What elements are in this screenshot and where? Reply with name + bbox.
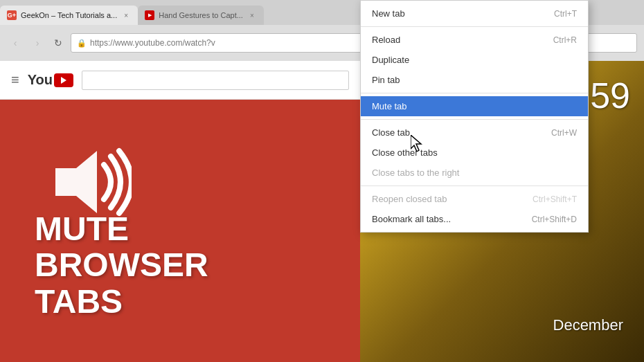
mute-text: MUTE BROWSER TABS xyxy=(35,211,208,320)
menu-item-bookmark-all-tabs-shortcut: Ctrl+Shift+D xyxy=(532,215,577,224)
menu-item-reopen-closed-tab: Reopen closed tab Ctrl+Shift+T xyxy=(361,189,588,209)
youtube-search-bar[interactable] xyxy=(82,71,349,90)
menu-separator-0 xyxy=(361,26,588,27)
mute-line2: BROWSER xyxy=(35,247,208,284)
menu-item-reopen-closed-tab-label: Reopen closed tab xyxy=(372,194,447,204)
tab-geek[interactable]: G+ GeekOn – Tech Tutorials a... × xyxy=(0,6,138,25)
menu-item-pin-tab-label: Pin tab xyxy=(372,75,400,85)
menu-item-duplicate[interactable]: Duplicate xyxy=(361,50,588,70)
menu-item-close-tab-shortcut: Ctrl+W xyxy=(551,128,577,138)
month-display: December xyxy=(553,316,623,334)
tab-geek-close[interactable]: × xyxy=(121,10,131,20)
youtube-logo-icon xyxy=(54,73,73,87)
menu-separator-2 xyxy=(361,119,588,120)
youtube-page: ≡ You MUTE BROWSER TABS xyxy=(0,61,360,362)
speaker-icon xyxy=(42,144,132,220)
lock-icon: 🔒 xyxy=(77,39,87,48)
menu-item-bookmark-all-tabs-label: Bookmark all tabs... xyxy=(372,214,451,224)
youtube-logo-text: You xyxy=(28,72,53,88)
menu-item-close-tabs-right: Close tabs to the right xyxy=(361,163,588,183)
menu-item-mute-tab[interactable]: Mute tab xyxy=(361,96,588,116)
menu-item-close-tabs-right-label: Close tabs to the right xyxy=(372,168,459,178)
menu-item-close-other-tabs[interactable]: Close other tabs xyxy=(361,143,588,163)
menu-item-close-other-tabs-label: Close other tabs xyxy=(372,147,438,158)
mute-line3: TABS xyxy=(35,284,208,320)
tab-favicon-gplus: G+ xyxy=(7,10,17,20)
context-menu: New tab Ctrl+T Reload Ctrl+R Duplicate P… xyxy=(360,0,589,233)
menu-separator-3 xyxy=(361,185,588,186)
forward-button[interactable]: › xyxy=(29,35,46,51)
menu-separator-1 xyxy=(361,93,588,93)
url-text: https://www.youtube.com/watch?v xyxy=(90,38,215,48)
menu-item-reopen-closed-tab-shortcut: Ctrl+Shift+T xyxy=(533,194,577,204)
menu-item-reload-shortcut: Ctrl+R xyxy=(553,35,577,45)
menu-item-reload[interactable]: Reload Ctrl+R xyxy=(361,30,588,50)
menu-item-mute-tab-label: Mute tab xyxy=(372,101,407,111)
youtube-play-icon xyxy=(61,77,66,84)
menu-item-new-tab[interactable]: New tab Ctrl+T xyxy=(361,3,588,24)
youtube-logo: You xyxy=(28,72,73,88)
menu-item-bookmark-all-tabs[interactable]: Bookmark all tabs... Ctrl+Shift+D xyxy=(361,209,588,229)
menu-item-pin-tab[interactable]: Pin tab xyxy=(361,70,588,90)
menu-item-duplicate-label: Duplicate xyxy=(372,55,409,65)
menu-item-reload-label: Reload xyxy=(372,35,400,45)
svg-marker-0 xyxy=(55,151,97,213)
refresh-button[interactable]: ↻ xyxy=(51,36,65,50)
menu-item-close-tab-label: Close tab xyxy=(372,127,410,138)
back-button[interactable]: ‹ xyxy=(7,35,24,51)
mute-line1: MUTE xyxy=(35,211,208,248)
tab-favicon-yt: ▶ xyxy=(145,10,154,20)
tab-yt-close[interactable]: × xyxy=(247,10,257,20)
menu-item-close-tab[interactable]: Close tab Ctrl+W xyxy=(361,123,588,143)
tab-yt[interactable]: ▶ Hand Gestures to Capt... × xyxy=(138,6,264,25)
hamburger-menu[interactable]: ≡ xyxy=(11,72,19,88)
tab-yt-label: Hand Gestures to Capt... xyxy=(159,11,243,19)
tab-geek-label: GeekOn – Tech Tutorials a... xyxy=(21,11,117,19)
menu-item-new-tab-shortcut: Ctrl+T xyxy=(554,9,577,19)
menu-item-new-tab-label: New tab xyxy=(372,8,405,19)
